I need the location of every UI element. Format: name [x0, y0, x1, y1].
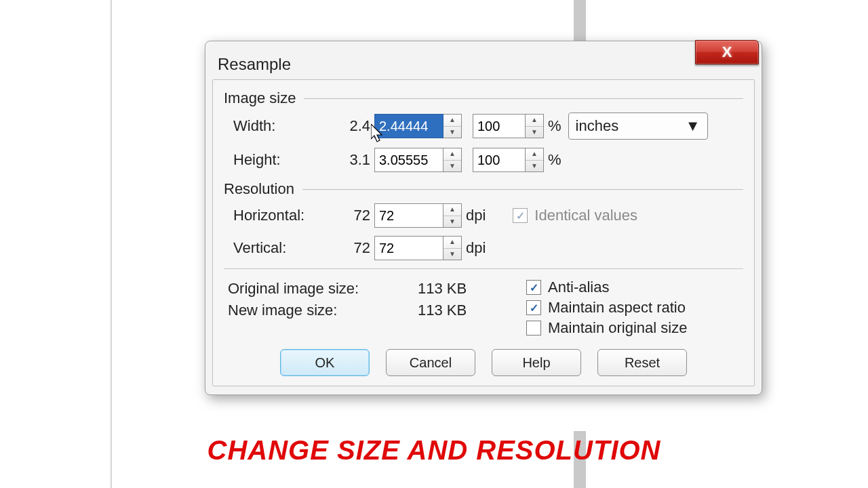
maintain-original-size-label: Maintain original size	[548, 319, 687, 337]
horizontal-spin-up[interactable]: ▲	[443, 204, 461, 216]
height-spin-up[interactable]: ▲	[443, 148, 461, 161]
cancel-button[interactable]: Cancel	[386, 349, 475, 376]
close-button[interactable]: X	[695, 40, 759, 64]
caption-overlay: CHANGE SIZE AND RESOLUTION	[0, 435, 868, 466]
vertical-spinner: ▲ ▼	[374, 236, 462, 260]
horizontal-dpi-unit: dpi	[462, 207, 492, 224]
height-spin-buttons: ▲ ▼	[443, 148, 462, 172]
close-icon: X	[722, 43, 732, 61]
bg-page-edge-left	[110, 0, 112, 488]
row-vertical: Vertical: 72 ▲ ▼ dpi	[224, 236, 743, 260]
units-combo-value: inches	[576, 117, 619, 135]
original-size-label: Original image size:	[224, 280, 418, 298]
width-input[interactable]	[374, 114, 443, 138]
units-combo[interactable]: inches ▼	[568, 113, 708, 140]
section-rule	[302, 189, 743, 190]
new-size-label: New image size:	[224, 302, 418, 319]
width-pct-spin-buttons: ▲ ▼	[526, 114, 544, 138]
height-spin-down[interactable]: ▼	[443, 161, 461, 172]
section-image-size: Image size	[224, 89, 743, 107]
dialog-title: Resample	[218, 55, 291, 74]
options-right: ✓ Anti-alias ✓ Maintain aspect ratio Mai…	[519, 276, 743, 340]
anti-alias-label: Anti-alias	[548, 279, 609, 296]
aspect-ratio-label: Maintain aspect ratio	[548, 299, 686, 317]
height-spinner: ▲ ▼	[374, 148, 462, 172]
height-input[interactable]	[374, 148, 443, 172]
width-spinner: ▲ ▼	[374, 114, 462, 138]
titlebar: Resample X	[205, 41, 762, 75]
horizontal-spin-down[interactable]: ▼	[443, 216, 461, 228]
row-width: Width: 2.4 ▲ ▼ ▲ ▼ %	[224, 113, 743, 140]
checkbox-icon	[526, 321, 541, 336]
sizes-row: Original image size: 113 KB New image si…	[224, 276, 743, 340]
dialog-client-area: Image size Width: 2.4 ▲ ▼ ▲	[212, 79, 755, 386]
width-pct-input[interactable]	[473, 114, 526, 138]
button-bar: OK Cancel Help Reset	[224, 349, 743, 376]
height-original-hint: 3.1	[335, 151, 374, 169]
new-size-value: 113 KB	[418, 302, 467, 319]
width-pct-unit: %	[544, 117, 568, 135]
maintain-original-size-checkbox[interactable]: Maintain original size	[526, 319, 743, 337]
section-image-size-label: Image size	[224, 89, 296, 107]
reset-button[interactable]: Reset	[597, 349, 687, 376]
height-pct-input[interactable]	[473, 148, 526, 172]
bg-scroll-stub-top	[574, 0, 586, 41]
height-pct-spin-down[interactable]: ▼	[526, 161, 543, 172]
width-original-hint: 2.4	[335, 117, 374, 135]
horizontal-label: Horizontal:	[224, 207, 335, 224]
width-pct-spin-up[interactable]: ▲	[526, 115, 543, 127]
row-horizontal: Horizontal: 72 ▲ ▼ dpi ✓ Identical value…	[224, 203, 743, 228]
resample-dialog: Resample X Image size Width: 2.4 ▲ ▼	[205, 41, 762, 395]
width-pct-spinner: ▲ ▼	[473, 114, 544, 138]
divider	[224, 268, 743, 269]
section-rule	[304, 98, 743, 99]
vertical-spin-up[interactable]: ▲	[443, 237, 461, 249]
horizontal-hint: 72	[335, 207, 374, 224]
anti-alias-checkbox[interactable]: ✓ Anti-alias	[526, 279, 743, 296]
section-resolution-label: Resolution	[224, 180, 294, 198]
vertical-hint: 72	[335, 239, 374, 257]
vertical-input[interactable]	[374, 236, 443, 260]
width-spin-buttons: ▲ ▼	[443, 114, 462, 138]
checkbox-icon: ✓	[513, 208, 528, 223]
width-spin-down[interactable]: ▼	[443, 127, 461, 138]
sizes-left: Original image size: 113 KB New image si…	[224, 276, 519, 340]
section-resolution: Resolution	[224, 180, 743, 198]
vertical-spin-buttons: ▲ ▼	[443, 236, 462, 260]
height-pct-unit: %	[544, 151, 568, 169]
vertical-dpi-unit: dpi	[462, 239, 492, 257]
help-button[interactable]: Help	[492, 349, 581, 376]
identical-values-checkbox[interactable]: ✓ Identical values	[513, 207, 637, 224]
original-size-value: 113 KB	[418, 280, 467, 298]
checkbox-icon: ✓	[526, 300, 541, 315]
width-label: Width:	[224, 117, 335, 135]
horizontal-spinner: ▲ ▼	[374, 203, 462, 228]
height-pct-spinner: ▲ ▼	[473, 148, 544, 172]
width-pct-spin-down[interactable]: ▼	[526, 127, 543, 138]
aspect-ratio-checkbox[interactable]: ✓ Maintain aspect ratio	[526, 299, 743, 317]
width-spin-up[interactable]: ▲	[443, 115, 461, 127]
vertical-label: Vertical:	[224, 239, 335, 257]
checkbox-icon: ✓	[526, 280, 541, 295]
horizontal-input[interactable]	[374, 203, 443, 228]
ok-button[interactable]: OK	[280, 349, 370, 376]
height-label: Height:	[224, 151, 335, 169]
row-height: Height: 3.1 ▲ ▼ ▲ ▼ %	[224, 148, 743, 172]
identical-values-label: Identical values	[534, 207, 637, 224]
height-pct-spin-up[interactable]: ▲	[526, 148, 543, 161]
horizontal-spin-buttons: ▲ ▼	[443, 203, 462, 228]
height-pct-spin-buttons: ▲ ▼	[526, 148, 544, 172]
vertical-spin-down[interactable]: ▼	[443, 249, 461, 260]
